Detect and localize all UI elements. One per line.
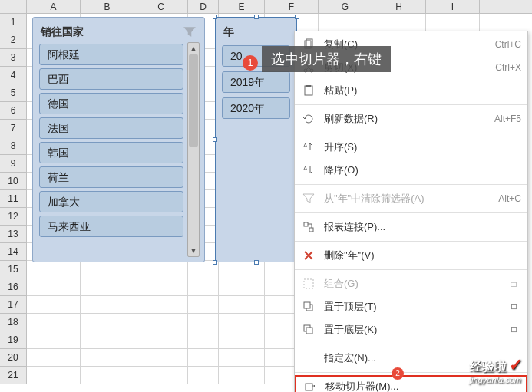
row-header[interactable]: 16 [0,278,27,296]
scroll-down-icon[interactable]: ▼ [188,245,199,256]
menu-sort-asc[interactable]: A 升序(S) [295,136,527,159]
slicer-countries[interactable]: 销往国家 阿根廷巴西德国法国韩国荷兰加拿大马来西亚 ▲ ▼ [32,17,205,262]
cell[interactable] [188,349,219,367]
cell[interactable] [188,296,219,314]
col-header[interactable]: C [134,0,188,13]
slicer-item[interactable]: 加拿大 [39,191,183,212]
cell[interactable] [219,278,265,296]
cell[interactable] [134,349,188,367]
col-header[interactable]: A [27,0,81,13]
cell[interactable] [219,367,265,384]
cell[interactable] [188,331,219,349]
col-header[interactable]: F [265,0,319,13]
cell[interactable] [188,314,219,331]
slicer-item[interactable]: 荷兰 [39,166,183,188]
resize-handle[interactable] [213,137,217,142]
cell[interactable] [134,296,188,314]
menu-send-to-back[interactable]: 置于底层(K) [295,318,527,341]
row-header[interactable]: 13 [0,226,27,243]
cell[interactable] [219,349,265,367]
resize-handle[interactable] [213,15,217,19]
scroll-thumb[interactable] [189,54,198,147]
row-header[interactable]: 3 [0,49,27,67]
resize-handle[interactable] [254,15,259,19]
row-header[interactable]: 14 [0,243,27,261]
cell[interactable] [81,349,134,367]
cell[interactable] [81,296,134,314]
row-header[interactable]: 5 [0,84,27,102]
col-header[interactable]: G [319,0,372,13]
cell[interactable] [134,261,188,278]
resize-handle[interactable] [295,15,299,19]
cell[interactable] [81,331,134,349]
cell[interactable] [81,367,134,384]
slicer-item[interactable]: 2020年 [222,97,290,119]
row-header[interactable]: 2 [0,31,27,49]
cell[interactable] [188,278,219,296]
slicer-item[interactable]: 韩国 [39,142,183,163]
cell[interactable] [134,278,188,296]
cell[interactable] [219,314,265,331]
cell[interactable] [27,261,81,278]
row-header[interactable]: 21 [0,367,27,384]
cell[interactable] [426,14,480,31]
slicer-item[interactable]: 2019年 [222,71,290,93]
col-header[interactable]: D [188,0,219,13]
row-header[interactable]: 18 [0,314,27,331]
menu-bring-to-front[interactable]: 置于顶层(T) [295,295,527,318]
row-header[interactable]: 4 [0,67,27,84]
col-header[interactable]: E [219,0,265,13]
slicer-item[interactable]: 德国 [39,93,183,114]
resize-handle[interactable] [254,260,259,265]
cell[interactable] [372,14,426,31]
row-header[interactable]: 12 [0,208,27,226]
slicer-item[interactable]: 阿根廷 [39,44,183,65]
row-header[interactable]: 19 [0,331,27,349]
cell[interactable] [134,331,188,349]
menu-sort-desc[interactable]: A 降序(O) [295,159,527,182]
svg-text:A: A [303,142,308,149]
row-header[interactable]: 9 [0,155,27,173]
menu-refresh[interactable]: 刷新数据(R) Alt+F5 [295,107,527,130]
grid-corner[interactable] [0,0,27,14]
row-header[interactable]: 6 [0,102,27,120]
cell[interactable] [134,314,188,331]
col-header[interactable]: B [81,0,134,13]
menu-paste[interactable]: 粘贴(P) [295,79,527,102]
row-header[interactable]: 8 [0,137,27,155]
cell[interactable] [27,367,81,384]
filter-clear-icon[interactable] [183,25,197,39]
row-header[interactable]: 11 [0,190,27,208]
cell[interactable] [319,14,372,31]
cell[interactable] [27,278,81,296]
scrollbar[interactable]: ▲ ▼ [187,42,200,257]
menu-separator [295,344,527,344]
menu-delete[interactable]: 删除"年"(V) [295,244,527,267]
cell[interactable] [27,331,81,349]
resize-handle[interactable] [213,260,217,265]
cell[interactable] [27,296,81,314]
cell[interactable] [188,367,219,384]
cell[interactable] [219,331,265,349]
row-header[interactable]: 7 [0,120,27,137]
cell[interactable] [134,367,188,384]
col-header[interactable]: I [426,0,480,13]
cell[interactable] [81,278,134,296]
cell[interactable] [27,314,81,331]
cell[interactable] [27,349,81,367]
slicer-item[interactable]: 巴西 [39,68,183,90]
group-icon [301,276,316,292]
row-header[interactable]: 1 [0,14,27,31]
cell[interactable] [81,314,134,331]
row-header[interactable]: 10 [0,173,27,190]
scroll-up-icon[interactable]: ▲ [188,43,199,54]
cell[interactable] [219,296,265,314]
slicer-item[interactable]: 马来西亚 [39,216,183,237]
slicer-item[interactable]: 法国 [39,117,183,139]
menu-report-connections[interactable]: 报表连接(P)... [295,216,527,239]
row-header[interactable]: 17 [0,296,27,314]
row-header[interactable]: 20 [0,349,27,367]
row-header[interactable]: 15 [0,261,27,278]
col-header[interactable]: H [372,0,426,13]
cell[interactable] [81,261,134,278]
